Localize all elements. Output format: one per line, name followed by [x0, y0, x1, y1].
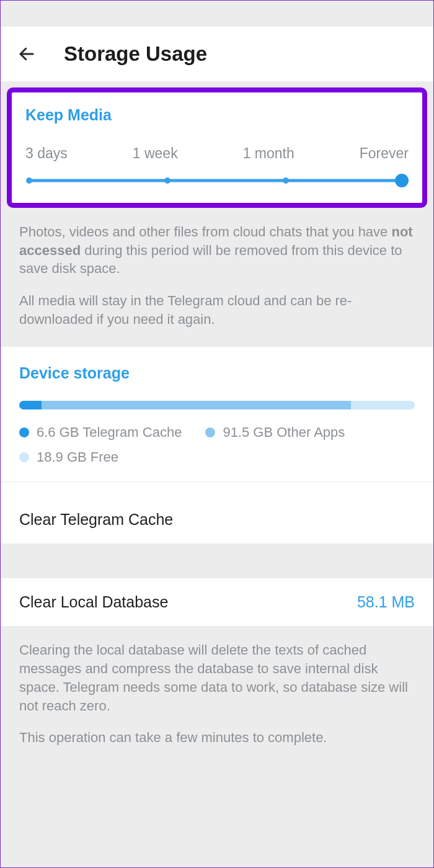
legend-label: 18.9 GB Free: [37, 449, 118, 465]
storage-bar: [19, 401, 415, 409]
divider: [1, 481, 433, 482]
legend-label: 6.6 GB Telegram Cache: [37, 424, 182, 441]
slider-track-line: [28, 179, 402, 182]
legend-dot-icon: [19, 427, 29, 437]
slider-stop-icon: [26, 177, 32, 184]
app-bar: Storage Usage: [1, 27, 433, 81]
clear-cache-label: Clear Telegram Cache: [19, 511, 173, 529]
legend-dot-icon: [19, 452, 29, 462]
storage-legend: 6.6 GB Telegram Cache91.5 GB Other Apps1…: [19, 424, 415, 465]
keep-media-options: 3 days 1 week 1 month Forever: [25, 145, 409, 162]
keep-media-slider[interactable]: [25, 173, 409, 188]
help-text: Clearing the local database will delete …: [19, 641, 415, 715]
slider-stop-icon: [283, 177, 289, 184]
clear-cache-button[interactable]: Clear Telegram Cache: [1, 496, 433, 544]
legend-label: 91.5 GB Other Apps: [223, 424, 345, 441]
arrow-left-icon: [17, 45, 36, 63]
storage-bar-segment: [42, 401, 351, 409]
help-text: All media will stay in the Telegram clou…: [19, 292, 415, 328]
section-gap: [1, 544, 433, 578]
help-text: Photos, videos and other files from clou…: [19, 223, 415, 278]
clear-db-value: 58.1 MB: [357, 593, 415, 611]
slider-stop-icon: [164, 177, 170, 184]
keep-media-option-2[interactable]: 1 month: [243, 145, 294, 162]
keep-media-help: Photos, videos and other files from clou…: [1, 208, 433, 347]
clear-db-help: Clearing the local database will delete …: [1, 626, 433, 852]
device-storage-section: Device storage 6.6 GB Telegram Cache91.5…: [1, 347, 433, 496]
device-storage-title: Device storage: [19, 364, 415, 382]
slider-thumb-icon[interactable]: [395, 174, 409, 187]
keep-media-option-0[interactable]: 3 days: [25, 145, 68, 162]
keep-media-option-1[interactable]: 1 week: [133, 145, 178, 162]
keep-media-option-3[interactable]: Forever: [360, 145, 409, 162]
back-button[interactable]: [16, 43, 38, 65]
legend-dot-icon: [205, 427, 215, 437]
legend-item: 6.6 GB Telegram Cache: [19, 424, 182, 441]
page-title: Storage Usage: [64, 42, 207, 66]
status-bar-gap: [1, 1, 433, 27]
storage-bar-segment: [351, 401, 415, 409]
clear-local-database-button[interactable]: Clear Local Database 58.1 MB: [1, 578, 433, 626]
legend-item: 18.9 GB Free: [19, 449, 118, 465]
clear-db-label: Clear Local Database: [19, 593, 168, 611]
legend-item: 91.5 GB Other Apps: [205, 424, 345, 441]
keep-media-section: Keep Media 3 days 1 week 1 month Forever: [7, 87, 427, 208]
help-text: This operation can take a few minutes to…: [19, 728, 415, 747]
keep-media-title: Keep Media: [25, 106, 409, 124]
storage-bar-segment: [19, 401, 42, 409]
